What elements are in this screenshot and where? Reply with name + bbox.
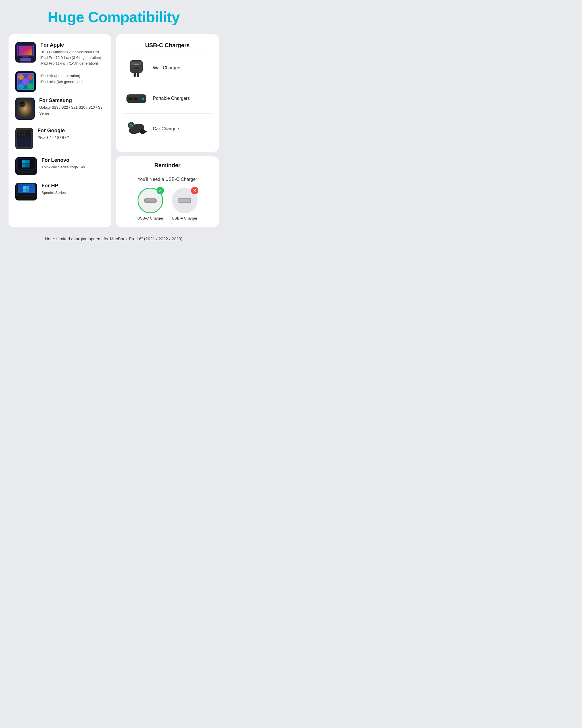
google-heading: For Google [37, 128, 69, 134]
svg-rect-40 [18, 171, 19, 172]
svg-rect-84 [130, 124, 132, 125]
svg-rect-60 [22, 196, 24, 197]
usbc-choice-item: ✓ USB-C Charger [137, 188, 163, 220]
svg-point-21 [22, 102, 24, 104]
svg-rect-78 [134, 98, 138, 100]
apple-device-text: For Apple USB-C MacBook Air / MacBook Pr… [40, 42, 105, 66]
apple-device-item: For Apple USB-C MacBook Air / MacBook Pr… [15, 42, 105, 66]
charger-choice: ✓ USB-C Charger ✕ USB-A Charger [123, 188, 212, 220]
svg-rect-44 [27, 171, 28, 172]
page-title: Huge Compatibility [8, 8, 219, 26]
main-grid: For Apple USB-C MacBook Air / MacBook Pr… [8, 34, 219, 227]
svg-rect-37 [22, 164, 26, 167]
svg-rect-71 [134, 69, 139, 70]
svg-rect-65 [18, 198, 33, 199]
svg-rect-85 [130, 126, 132, 127]
reminder-card: Reminder You'll Need a USB-C Charger ✓ U… [116, 156, 219, 227]
svg-rect-51 [18, 184, 35, 194]
lenovo-heading: For Lenovo [41, 157, 85, 163]
svg-rect-52 [23, 186, 26, 189]
svg-rect-38 [26, 164, 30, 167]
google-device-icon [15, 128, 33, 149]
svg-rect-31 [17, 137, 31, 147]
svg-rect-36 [26, 160, 30, 163]
portable-charger-item: Portable Chargers [123, 83, 212, 114]
car-charger-item: Car Chargers [123, 114, 212, 144]
svg-rect-93 [179, 199, 190, 202]
left-card: For Apple USB-C MacBook Air / MacBook Pr… [8, 34, 111, 227]
svg-rect-46 [31, 171, 33, 172]
lenovo-device-text: For Lenovo ThinkPad Series Yoga 14s [41, 157, 85, 170]
hp-lines: Spectre Series [41, 190, 66, 196]
portable-charger-img [125, 88, 148, 108]
svg-rect-5 [23, 57, 28, 58]
apple-lines: USB-C MacBook Air / MacBook Pro iPad Pro… [40, 49, 105, 66]
samsung-device-text: For Samsung Galaxy S23 / S22 / S21 S20 /… [39, 98, 105, 116]
svg-rect-39 [16, 170, 36, 174]
samsung-heading: For Samsung [39, 98, 105, 104]
svg-point-76 [142, 98, 144, 100]
good-badge: ✓ [157, 187, 164, 194]
lenovo-device-item: For Lenovo ThinkPad Series Yoga 14s [15, 157, 105, 175]
svg-rect-73 [137, 73, 139, 77]
svg-rect-72 [134, 73, 136, 77]
svg-rect-43 [24, 171, 26, 172]
svg-rect-56 [18, 193, 35, 194]
reminder-subtitle: You'll Need a USB-C Charger [123, 177, 212, 182]
wall-charger-item: ANKER Wall Chargers [123, 53, 212, 83]
lenovo-device-icon [15, 157, 37, 175]
portable-charger-label: Portable Chargers [153, 96, 190, 101]
svg-rect-4 [22, 56, 30, 57]
hp-device-text: For HP Spectre Series [41, 183, 66, 196]
usba-choice-label: USB-A Charger [172, 216, 197, 220]
samsung-lines: Galaxy S23 / S22 / S21 S20 / S10 / S9 Se… [39, 105, 105, 116]
usba-circle: ✕ [172, 188, 197, 213]
svg-rect-45 [29, 171, 31, 172]
svg-text:ANKER: ANKER [134, 63, 140, 65]
svg-rect-55 [26, 189, 29, 192]
svg-rect-35 [22, 160, 26, 163]
hp-device-item: For HP Spectre Series [15, 183, 105, 201]
ipad-purple-icon [15, 71, 36, 92]
svg-rect-63 [29, 196, 31, 197]
svg-rect-77 [129, 98, 133, 100]
svg-rect-34 [18, 159, 35, 169]
hp-device-icon [15, 183, 37, 201]
svg-rect-58 [18, 196, 19, 197]
svg-point-29 [22, 132, 25, 135]
usbc-choice-label: USB-C Charger [137, 216, 163, 220]
google-lines: Pixel 3 / 4 / 5 / 6 / 7 [37, 135, 69, 140]
svg-rect-91 [145, 199, 156, 202]
samsung-device-icon [15, 98, 35, 120]
google-device-text: For Google Pixel 3 / 4 / 5 / 6 / 7 [37, 128, 69, 140]
note-bar: Note: Limited charging speeds for MacBoo… [8, 233, 219, 242]
svg-rect-3 [19, 46, 32, 55]
google-device-item: For Google Pixel 3 / 4 / 5 / 6 / 7 [15, 128, 105, 149]
svg-rect-53 [26, 186, 29, 189]
svg-point-86 [132, 125, 133, 126]
wall-charger-img: ANKER [125, 58, 148, 78]
reminder-title: Reminder [123, 162, 212, 173]
samsung-device-item: For Samsung Galaxy S23 / S22 / S21 S20 /… [15, 98, 105, 120]
svg-rect-59 [20, 196, 22, 197]
svg-rect-41 [20, 171, 22, 172]
usba-choice-item: ✕ USB-A Charger [172, 188, 197, 220]
apple-heading: For Apple [40, 42, 105, 48]
svg-point-12 [22, 78, 29, 85]
svg-point-11 [27, 74, 33, 80]
usbc-section-title: USB-C Chargers [123, 42, 212, 53]
svg-rect-89 [144, 131, 147, 132]
svg-rect-42 [22, 171, 24, 172]
svg-point-13 [18, 83, 24, 89]
ipad-extra-text: iPad Air (4th generation)iPad mini (6th … [40, 71, 83, 85]
right-col: USB-C Chargers ANKER [116, 34, 219, 227]
usbc-circle: ✓ [138, 188, 163, 213]
car-charger-label: Car Chargers [153, 126, 180, 131]
wall-charger-label: Wall Chargers [153, 66, 182, 71]
svg-rect-6 [20, 58, 31, 61]
svg-rect-47 [18, 172, 33, 174]
car-charger-img [125, 119, 148, 139]
svg-point-22 [20, 104, 22, 106]
svg-point-14 [27, 83, 33, 89]
apple-device-icon [15, 42, 36, 62]
